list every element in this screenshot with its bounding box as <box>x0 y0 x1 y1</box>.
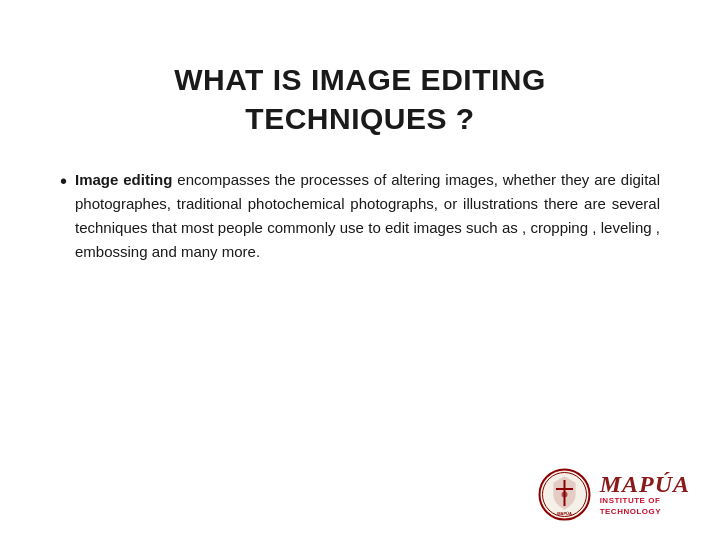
slide-container: WHAT IS IMAGE EDITING TECHNIQUES ? • Ima… <box>0 0 720 540</box>
logo-sub2: TECHNOLOGY <box>600 507 661 517</box>
logo-name: MAPÚA <box>600 472 690 496</box>
logo-sub1: INSTITUTE OF <box>600 496 661 506</box>
content-section: • Image editing encompasses the processe… <box>60 168 660 264</box>
svg-text:MAPÚA: MAPÚA <box>557 511 572 516</box>
title-line2: TECHNIQUES ? <box>245 102 474 135</box>
title-section: WHAT IS IMAGE EDITING TECHNIQUES ? <box>174 60 546 138</box>
logo-emblem-icon: MAPÚA <box>537 467 592 522</box>
logo-text-block: MAPÚA INSTITUTE OF TECHNOLOGY <box>600 472 690 517</box>
title-line1: WHAT IS IMAGE EDITING <box>174 63 546 96</box>
bullet-point: • <box>60 170 67 193</box>
logo-section: MAPÚA MAPÚA INSTITUTE OF TECHNOLOGY <box>537 467 690 522</box>
slide-title: WHAT IS IMAGE EDITING TECHNIQUES ? <box>174 60 546 138</box>
content-paragraph: Image editing encompasses the processes … <box>75 168 660 264</box>
content-bold-text: Image editing <box>75 171 172 188</box>
svg-point-4 <box>561 492 567 498</box>
